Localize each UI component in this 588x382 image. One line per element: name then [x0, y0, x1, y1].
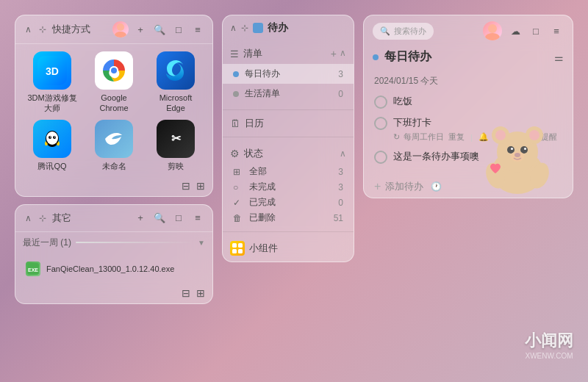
task-3-checkbox[interactable]	[374, 151, 387, 164]
others-list-btn[interactable]: ⊟	[182, 287, 190, 299]
reminder-text: 当天 (18:00) 提醒	[492, 131, 557, 143]
status-chevron[interactable]: ∧	[340, 148, 346, 159]
daily-title: 每日待办	[384, 49, 548, 65]
svg-point-6	[111, 68, 117, 73]
shortcuts-title: 快捷方式	[52, 23, 108, 36]
others-grid-btn[interactable]: ⊞	[196, 287, 205, 299]
add-todo-btn[interactable]: + 添加待办 🕐	[364, 176, 573, 198]
right-save-icon[interactable]: □	[528, 24, 543, 38]
status-deleted[interactable]: 🗑 已删除 51	[223, 210, 354, 226]
file-item[interactable]: EXE FanQieClean_13000_1.0.12.40.exe	[23, 258, 205, 280]
svg-point-1	[115, 32, 126, 37]
other-menu-icon[interactable]: ≡	[190, 211, 205, 226]
avatar[interactable]	[112, 21, 129, 37]
save-icon[interactable]: □	[171, 22, 186, 37]
widget-icon	[230, 241, 245, 256]
others-title: 其它	[52, 212, 129, 225]
recent-dropdown-icon[interactable]: ▼	[198, 239, 205, 247]
task-2-checkbox[interactable]	[374, 117, 387, 130]
status-incomplete-count: 3	[338, 182, 343, 192]
widget-label: 小组件	[249, 242, 278, 255]
grid-view-btn[interactable]: ⊞	[196, 180, 205, 192]
lists-header: ☰ 清单 + ∧	[223, 43, 354, 64]
list-section-label: 清单	[243, 47, 326, 60]
list-add-btn[interactable]: +	[331, 48, 337, 60]
watermark-main: 小闻网	[525, 330, 573, 352]
list-item-life[interactable]: 生活清单 0	[223, 84, 354, 104]
app-label-swift: 未命名	[102, 161, 126, 171]
svg-text:✂: ✂	[171, 132, 182, 145]
task-2-content: 下班打卡 ↻ 每周工作日 重复 | 🔔 当天 (18:00) 提醒	[393, 116, 557, 143]
list-view-btn[interactable]: ⊟	[182, 180, 190, 192]
daily-todo-topbar: 🔍 搜索待办 ☁ □ ≡	[364, 15, 573, 43]
daily-header: 每日待办 ⚌	[364, 43, 573, 71]
left-column: ∧ ⊹ 快捷方式 + 🔍 □ ≡	[15, 15, 213, 304]
search-bar[interactable]: 🔍 搜索待办	[373, 23, 434, 40]
task-1[interactable]: 吃饭	[374, 95, 562, 109]
daily-dot-header	[373, 54, 379, 60]
right-cloud-icon[interactable]: ☁	[508, 24, 523, 38]
status-incomplete-label: 未完成	[249, 181, 334, 193]
status-incomplete[interactable]: ○ 未完成 3	[223, 179, 354, 195]
search-button[interactable]: 🔍	[152, 22, 167, 37]
app-capcut[interactable]: ✂ 剪映	[148, 120, 204, 171]
life-dot	[233, 91, 239, 97]
app-chrome[interactable]: Google Chrome	[86, 51, 142, 114]
add-other-button[interactable]: +	[133, 211, 148, 226]
status-deleted-label: 已删除	[249, 212, 329, 224]
widget-section[interactable]: 小组件	[223, 235, 354, 262]
date-label: 2024/01/15 今天	[374, 75, 562, 87]
list-chevron-btn[interactable]: ∧	[340, 48, 346, 60]
svg-point-8	[46, 131, 58, 145]
task-3[interactable]: 这是一条待办事项噢	[374, 150, 562, 164]
svg-rect-17	[238, 243, 243, 248]
task-2[interactable]: 下班打卡 ↻ 每周工作日 重复 | 🔔 当天 (18:00) 提醒	[374, 116, 562, 143]
other-search-button[interactable]: 🔍	[152, 211, 167, 226]
task-2-meta: ↻ 每周工作日 重复 | 🔔 当天 (18:00) 提醒	[393, 131, 557, 143]
app-edge[interactable]: MicrosoftEdge	[148, 51, 204, 114]
shortcuts-row2: 腾讯QQ 未命名 ✂	[15, 120, 212, 177]
todo-blue-icon	[253, 23, 263, 33]
menu-icon[interactable]: ≡	[190, 22, 205, 37]
app-icon-chrome	[95, 51, 133, 90]
shortcuts-header: ∧ ⊹ 快捷方式 + 🔍 □ ≡	[15, 15, 212, 44]
divider1	[223, 109, 354, 110]
right-menu-icon[interactable]: ≡	[549, 24, 564, 38]
status-section-icon: ⚙	[230, 148, 240, 159]
svg-point-20	[488, 24, 497, 33]
svg-point-0	[117, 24, 124, 31]
add-plus-icon: +	[374, 180, 381, 193]
app-qq[interactable]: 腾讯QQ	[24, 120, 80, 171]
calendar-label: 日历	[245, 117, 264, 130]
svg-text:EXE: EXE	[28, 267, 38, 273]
daily-content: 2024/01/15 今天 吃饭 下班打卡 ↻ 每周工作日 重复	[364, 71, 573, 176]
todo-panel: ∧ ⊹ 待办 ☰ 清单 + ∧ 每日待办 3 生活清单	[222, 15, 354, 262]
task-3-text: 这是一条待办事项噢	[393, 150, 479, 163]
svg-rect-18	[232, 249, 237, 253]
status-all-icon: ⊞	[233, 167, 245, 177]
app-3dm[interactable]: 3D 3DM游戏修复大师	[24, 51, 80, 114]
right-avatar[interactable]	[483, 21, 502, 40]
app-label-capcut: 剪映	[168, 161, 184, 171]
status-complete-count: 0	[338, 198, 343, 208]
add-shortcut-button[interactable]: +	[133, 22, 148, 37]
status-complete-label: 已完成	[249, 196, 334, 209]
status-all[interactable]: ⊞ 全部 3	[223, 164, 354, 179]
task-1-checkbox[interactable]	[374, 96, 387, 109]
status-complete[interactable]: ✓ 已完成 0	[223, 195, 354, 210]
add-todo-clock: 🕐	[431, 181, 442, 192]
task-1-text: 吃饭	[393, 95, 412, 108]
list-item-daily[interactable]: 每日待办 3	[223, 64, 354, 84]
filter-icon[interactable]: ⚌	[554, 51, 564, 63]
watermark-sub: XWENW.COM	[525, 352, 573, 360]
status-deleted-count: 51	[334, 213, 343, 223]
exe-file-icon: EXE	[26, 262, 40, 276]
other-save-icon[interactable]: □	[171, 211, 186, 226]
bell-icon: 🔔	[478, 132, 489, 142]
life-label: 生活清单	[245, 87, 332, 100]
todo-pin-icon: ⊹	[241, 23, 248, 33]
app-swift[interactable]: 未命名	[86, 120, 142, 171]
svg-point-12	[54, 136, 56, 137]
app-icon-swift	[95, 120, 133, 158]
daily-todo-panel: 🔍 搜索待办 ☁ □ ≡ 每日待办 ⚌ 2024/01/15 今天 吃饭	[363, 15, 573, 198]
